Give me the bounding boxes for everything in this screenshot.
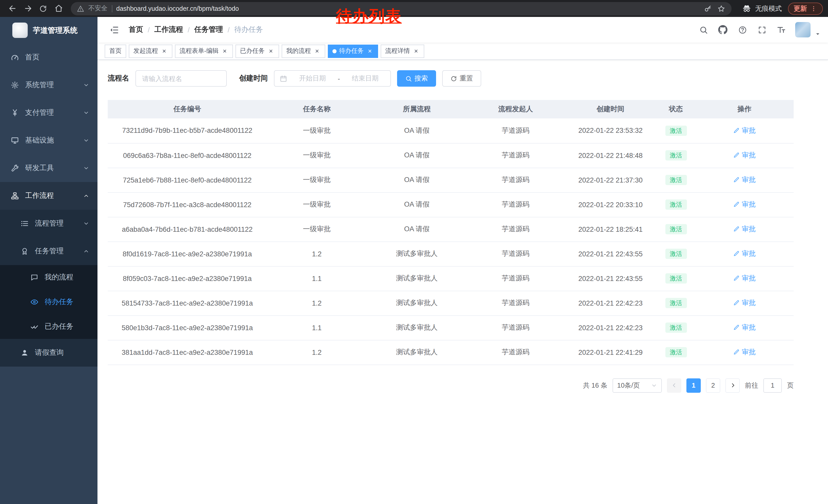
bookmark-star-icon[interactable] bbox=[717, 4, 726, 12]
url-text: dashboard.yudao.iocoder.cn/bpm/task/todo bbox=[116, 5, 239, 12]
approve-link[interactable]: 审批 bbox=[733, 348, 756, 357]
table-row: 725a1eb6-7b88-11ec-8ef0-acde48001122 一级审… bbox=[108, 168, 794, 192]
sidebar-menu: 首页 系统管理 支付管理 基础设施 bbox=[0, 44, 97, 367]
fullscreen-icon bbox=[757, 26, 766, 34]
prev-page-button[interactable] bbox=[667, 378, 681, 393]
tab-my-process[interactable]: 我的流程 × bbox=[282, 44, 325, 58]
create-time-range-picker[interactable]: 开始日期 - 结束日期 bbox=[274, 70, 391, 87]
column-header: 任务编号 bbox=[108, 100, 267, 119]
breadcrumb-task-management[interactable]: 任务管理 bbox=[195, 25, 223, 34]
process-name-label: 流程名 bbox=[108, 74, 129, 83]
approve-link[interactable]: 审批 bbox=[733, 126, 756, 135]
breadcrumb-home[interactable]: 首页 bbox=[129, 25, 143, 34]
fullscreen-button[interactable] bbox=[754, 22, 770, 37]
approve-link[interactable]: 审批 bbox=[733, 249, 756, 259]
sidebar-item-task-management[interactable]: 任务管理 bbox=[0, 237, 97, 265]
approve-link[interactable]: 审批 bbox=[733, 323, 756, 332]
status-badge: 激活 bbox=[665, 298, 687, 308]
approve-link[interactable]: 审批 bbox=[733, 151, 756, 160]
cell-task-id: 58154733-7ac8-11ec-a9e2-a2380e71991a bbox=[108, 291, 267, 315]
tab-start-process[interactable]: 发起流程 × bbox=[129, 44, 172, 58]
cell-process: 测试多审批人 bbox=[367, 291, 467, 315]
font-size-icon bbox=[777, 25, 786, 34]
browser-back-button[interactable] bbox=[5, 1, 19, 16]
sidebar-item-devtools[interactable]: 研发工具 bbox=[0, 154, 97, 182]
sidebar-item-leave-query[interactable]: 请假查询 bbox=[0, 339, 97, 367]
close-icon[interactable]: × bbox=[366, 47, 373, 55]
approve-link[interactable]: 审批 bbox=[733, 200, 756, 209]
tab-todo-tasks[interactable]: 待办任务 × bbox=[328, 44, 378, 58]
close-icon[interactable]: × bbox=[161, 47, 168, 55]
breadcrumb-current: 待办任务 bbox=[234, 25, 263, 34]
approve-link[interactable]: 审批 bbox=[733, 299, 756, 308]
close-icon[interactable]: × bbox=[314, 47, 321, 55]
application-window: 不安全 dashboard.yudao.iocoder.cn/bpm/task/… bbox=[0, 0, 828, 504]
tab-process-detail[interactable]: 流程详情 × bbox=[381, 44, 424, 58]
approve-link[interactable]: 审批 bbox=[733, 274, 756, 283]
header-search-button[interactable] bbox=[696, 22, 711, 37]
sidebar-item-payment[interactable]: 支付管理 bbox=[0, 99, 97, 127]
search-icon bbox=[405, 75, 412, 82]
breadcrumb-workflow[interactable]: 工作流程 bbox=[155, 25, 183, 34]
sidebar-item-label: 我的流程 bbox=[45, 273, 73, 282]
password-key-icon[interactable] bbox=[704, 4, 712, 12]
page-button-2[interactable]: 2 bbox=[706, 378, 720, 393]
tags-view-bar: 首页 发起流程 × 流程表单-编辑 × 已办任务 × 我的流程 × bbox=[97, 43, 828, 60]
approve-link[interactable]: 审批 bbox=[733, 175, 756, 185]
edit-icon bbox=[733, 201, 740, 208]
close-icon[interactable]: × bbox=[221, 47, 228, 55]
process-name-input[interactable] bbox=[142, 75, 220, 82]
sidebar-item-infrastructure[interactable]: 基础设施 bbox=[0, 127, 97, 154]
table-row: 8f059c03-7ac8-11ec-a9e2-a2380e71991a 1.1… bbox=[108, 266, 794, 291]
sidebar-item-label: 研发工具 bbox=[25, 164, 54, 173]
goto-page-input[interactable] bbox=[763, 378, 782, 393]
table-row: a6aba0a4-7b6d-11ec-b781-acde48001122 一级审… bbox=[108, 217, 794, 241]
column-header: 操作 bbox=[695, 100, 794, 119]
sidebar-item-home[interactable]: 首页 bbox=[0, 44, 97, 71]
sidebar-item-my-process[interactable]: 我的流程 bbox=[0, 265, 97, 290]
edit-icon bbox=[733, 127, 740, 134]
edit-icon bbox=[733, 226, 740, 232]
tab-home[interactable]: 首页 bbox=[105, 44, 126, 58]
sidebar-toggle-button[interactable] bbox=[105, 21, 123, 39]
reset-button[interactable]: 重置 bbox=[442, 70, 481, 87]
sidebar-item-workflow[interactable]: 工作流程 bbox=[0, 182, 97, 210]
search-button[interactable]: 搜索 bbox=[397, 70, 436, 87]
cell-task-name: 一级审批 bbox=[267, 143, 367, 168]
pagination-total: 共 16 条 bbox=[583, 381, 608, 390]
docs-help-button[interactable] bbox=[735, 22, 750, 37]
browser-update-button[interactable]: 更新 bbox=[788, 2, 823, 15]
status-badge: 激活 bbox=[665, 347, 687, 357]
sidebar-item-process-management[interactable]: 流程管理 bbox=[0, 210, 97, 237]
sidebar-item-todo-tasks[interactable]: 待办任务 bbox=[0, 290, 97, 314]
todo-task-page: 流程名 创建时间 开始日期 - 结束日期 搜索 bbox=[97, 60, 828, 504]
browser-home-button[interactable] bbox=[51, 1, 66, 16]
cell-starter: 芋道源码 bbox=[467, 291, 564, 315]
cell-starter: 芋道源码 bbox=[467, 119, 564, 143]
cell-task-name: 1.1 bbox=[267, 315, 367, 340]
github-link[interactable] bbox=[715, 22, 731, 37]
pagination: 共 16 条 10条/页 1 2 前往 页 bbox=[97, 378, 794, 393]
cell-actions: 审批 bbox=[695, 291, 794, 315]
next-page-button[interactable] bbox=[726, 378, 740, 393]
status-badge: 激活 bbox=[665, 150, 687, 161]
close-icon[interactable]: × bbox=[412, 47, 420, 55]
cell-task-name: 1.1 bbox=[267, 266, 367, 291]
user-avatar[interactable] bbox=[795, 22, 811, 37]
page-button-1[interactable]: 1 bbox=[687, 378, 701, 393]
approve-link[interactable]: 审批 bbox=[733, 225, 756, 234]
tab-done-tasks[interactable]: 已办任务 × bbox=[236, 44, 279, 58]
tab-process-form-edit[interactable]: 流程表单-编辑 × bbox=[175, 44, 233, 58]
page-size-select[interactable]: 10条/页 bbox=[613, 378, 662, 393]
close-icon[interactable]: × bbox=[267, 47, 275, 55]
cell-starter: 芋道源码 bbox=[467, 315, 564, 340]
sidebar-item-done-tasks[interactable]: 已办任务 bbox=[0, 314, 97, 339]
caret-down-icon[interactable] bbox=[815, 31, 821, 37]
browser-forward-button[interactable] bbox=[20, 1, 35, 16]
font-size-button[interactable] bbox=[774, 22, 789, 37]
sidebar-item-system[interactable]: 系统管理 bbox=[0, 71, 97, 99]
cell-starter: 芋道源码 bbox=[467, 266, 564, 291]
app-logo: 芋道管理系统 bbox=[0, 17, 97, 44]
tab-label: 我的流程 bbox=[286, 47, 311, 55]
browser-reload-button[interactable] bbox=[36, 1, 50, 16]
